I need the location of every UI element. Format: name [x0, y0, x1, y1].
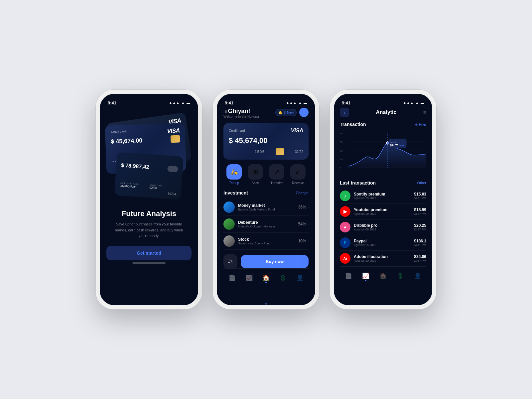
card-front-label: Credit card: [111, 130, 126, 134]
chevron-icon-3: ›: [308, 239, 309, 243]
action-transfer[interactable]: ↗ Transfer: [269, 164, 284, 185]
p3-nav-chart-dot: [365, 280, 366, 281]
buy-now-button[interactable]: Buy now: [241, 255, 309, 268]
debenture-info: Debenture Manulife Obligasi Indonesia: [238, 220, 298, 228]
money-pct-value: 36%: [298, 205, 306, 209]
last-trans-title: Last transaction: [340, 180, 376, 186]
scan-label: Scan: [252, 181, 259, 185]
receive-icon: ↙: [290, 164, 306, 180]
paypal-amount: $186.1: [413, 239, 426, 243]
nav-home[interactable]: 🏠: [260, 272, 272, 284]
trans-spotify[interactable]: ♪ Spotify premium Agustus 15 2022 $15.03…: [340, 188, 426, 204]
spotify-amount: $15.03: [413, 192, 426, 197]
p2-header: Hi Ghiyan! Welcome to the Ngitung 🔔 6 Ne…: [223, 108, 309, 118]
wifi-icon: ▲: [298, 101, 302, 105]
action-scan[interactable]: ⊞ Scan: [248, 164, 263, 185]
paypal-info: Paypal Agustus 15 2022: [354, 239, 413, 247]
nav-profile[interactable]: 👤: [294, 272, 306, 284]
dribbble-amount: $20.25: [413, 223, 426, 228]
money-market-pct: 36% ›: [298, 205, 309, 209]
transaction-title: Transaction: [340, 122, 366, 127]
p3-nav-dollar[interactable]: 💲: [394, 270, 406, 282]
dribbble-info: Dribbble pro Agustus 06 2022: [354, 223, 413, 231]
action-topup[interactable]: 🛵 Top up: [226, 164, 242, 185]
other-link[interactable]: Other: [417, 181, 426, 185]
p2-credit-card: Credit card VISA $ 45,674,00 ---- ---- -…: [223, 123, 309, 160]
phone-2-status-icons: ▲▲▲ ▲ ▬: [286, 101, 307, 105]
phone-3-notch: [365, 94, 401, 103]
p3-nav-home[interactable]: 🏠: [377, 270, 389, 282]
bell-icon: 🔔: [278, 111, 282, 114]
phone-2: 9:41 ▲▲▲ ▲ ▬ Hi Ghiyan! Welcome to the N…: [213, 90, 319, 309]
filter-label: Filter: [419, 123, 426, 126]
phone-3: 9:41 ▲▲▲ ▲ ▬ ‹ Analytic ≡ Transaction: [330, 90, 436, 309]
p3-nav-profile[interactable]: 👤: [412, 270, 424, 282]
phone-1-content: Credit card VISA $ 45,674,00 ---- ---- -…: [100, 108, 198, 305]
youtube-amount-wrap: $18.99 03.57 PM: [413, 207, 426, 215]
investment-list: Money market Batavia Cash Maxima Fund 36…: [223, 199, 309, 250]
chevron-icon-2: ›: [308, 222, 309, 226]
scan-icon: ⊞: [248, 164, 263, 180]
stock-pct: 10% ›: [298, 239, 309, 243]
svg-text:0: 0: [340, 167, 341, 170]
debenture-icon: [223, 218, 235, 230]
battery-icon: ▬: [421, 101, 424, 105]
youtube-amount: $18.99: [413, 207, 426, 212]
filter-icon: ⊙: [415, 123, 418, 126]
card-second: $ 78,987.42 Card Holder name Layabghiyan…: [114, 152, 184, 200]
phone-1-status-icons: ▲▲▲ ▲ ▬: [169, 101, 190, 105]
phone1-description: Save up for purchases from your favorite…: [110, 221, 188, 239]
receive-label: Receive: [292, 181, 304, 185]
notif-count: 6: [284, 111, 286, 114]
bag-icon-button[interactable]: 🛍: [223, 254, 237, 268]
notification-badge[interactable]: 🔔 6 New: [275, 109, 297, 116]
paypal-amount-wrap: $186.1 04.41 PM: [413, 239, 426, 247]
investment-item-stock[interactable]: Stock Sucorinvest Equity Fund 10% ›: [223, 233, 309, 250]
nav-dollar[interactable]: 💲: [277, 272, 289, 284]
phone-2-content: Hi Ghiyan! Welcome to the Ngitung 🔔 6 Ne…: [217, 108, 315, 305]
card-front-visa: VISA: [167, 127, 180, 134]
investment-title: Investment: [223, 190, 248, 196]
investment-item-deben[interactable]: Debenture Manulife Obligasi Indonesia 54…: [223, 216, 309, 233]
paypal-time: 04.41 PM: [413, 243, 426, 247]
stock-pct-value: 10%: [298, 239, 306, 243]
dribbble-logo: ●: [340, 222, 350, 232]
youtube-logo: ▶: [340, 206, 350, 217]
spotify-date: Agustus 15 2022: [354, 197, 413, 200]
transfer-label: Transfer: [271, 181, 283, 185]
p3-bottom-nav: 📄 📈 🏠 💲 👤: [340, 266, 426, 284]
nav-documents[interactable]: 📄: [226, 272, 238, 284]
svg-text:$84,75: $84,75: [390, 144, 398, 147]
card-second-amount: $ 78,987.42: [121, 162, 149, 170]
spotify-name: Spotify premium: [354, 192, 413, 197]
p3-nav-documents[interactable]: 📄: [342, 270, 354, 282]
filter-button[interactable]: ⊙ Filter: [415, 123, 426, 126]
menu-icon[interactable]: ≡: [423, 109, 426, 115]
chevron-icon: ›: [308, 205, 309, 209]
trans-adobe[interactable]: Ai Adobe illustration Agustus 10 2022 $2…: [340, 251, 426, 266]
p2-card-amount: $ 45,674,00: [229, 136, 303, 145]
youtube-name: Youtube premium: [354, 207, 413, 212]
transaction-chart: 0 10 20 30 40: [340, 130, 426, 173]
trans-paypal[interactable]: P Paypal Agustus 15 2022 $186.1 04.41 PM: [340, 235, 426, 251]
adobe-logo: Ai: [340, 253, 350, 264]
p2-card-visa: VISA: [291, 128, 303, 134]
user-avatar[interactable]: [299, 108, 309, 117]
p2-amount-value: $ 45,674,00: [229, 136, 303, 145]
trans-dribbble[interactable]: ● Dribbble pro Agustus 06 2022 $20.25 12…: [340, 219, 426, 235]
adobe-time: 03.57 PM: [413, 259, 426, 262]
action-receive[interactable]: ↙ Receive: [290, 164, 306, 185]
phone-1-notch: [131, 94, 167, 103]
get-started-button[interactable]: Get started: [106, 246, 192, 260]
p3-nav-chart[interactable]: 📈: [360, 270, 372, 282]
back-button[interactable]: ‹: [340, 108, 349, 117]
nav-chart[interactable]: 📈: [243, 272, 255, 284]
trans-youtube[interactable]: ▶ Youtube premium Agustus 10 2022 $18.99…: [340, 204, 426, 219]
p2-card-header: Credit card VISA: [229, 128, 303, 134]
adobe-amount: $24.06: [413, 254, 426, 259]
investment-item-money[interactable]: Money market Batavia Cash Maxima Fund 36…: [223, 199, 309, 216]
signal-icon: ▲▲▲: [286, 101, 297, 105]
transaction-header: Transaction ⊙ Filter: [340, 122, 426, 127]
investment-change-link[interactable]: Change: [296, 191, 309, 195]
stock-name: Stock: [238, 237, 298, 242]
